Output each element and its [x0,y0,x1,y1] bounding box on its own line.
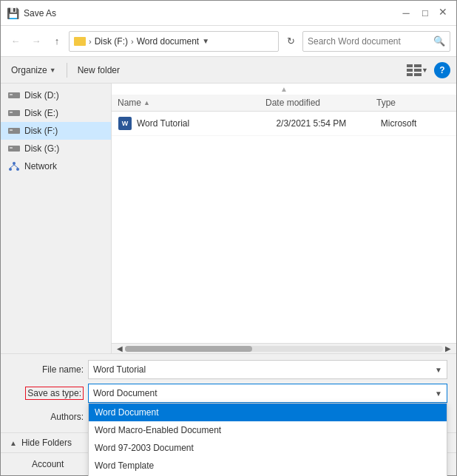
dropdown-item-2[interactable]: Word 97-2003 Document [89,439,447,457]
title-bar: 💾 Save As ─ □ ✕ [1,1,456,26]
sidebar-item-disk-g[interactable]: Disk (G:) [1,140,111,157]
sidebar-disk-d-label: Disk (D:) [24,90,59,101]
window-icon: 💾 [7,7,19,19]
savetype-dropdown-list: Word Document Word Macro-Enabled Documen… [88,403,447,476]
scroll-track[interactable] [125,346,443,352]
authors-label: Authors: [10,412,84,422]
column-type: Type [376,98,450,108]
new-folder-button[interactable]: New folder [73,63,124,78]
sidebar-item-disk-d[interactable]: Disk (D:) [1,86,111,104]
file-list-header: Name ▲ Date modified Type [112,95,456,112]
savetype-dropdown-icon: ▼ [435,390,442,398]
disk-e-icon [8,109,20,118]
dropdown-item-0[interactable]: Word Document [89,404,447,421]
savetype-label-text: Save as type: [25,387,84,400]
file-list-body: W Word Tutorial 2/3/2021 5:54 PM Microso… [112,112,456,343]
file-name: Word Tutorial [137,118,276,129]
minimize-button[interactable]: ─ [397,4,415,22]
save-as-dialog: 💾 Save As ─ □ ✕ ← → ↑ › Disk (F:) › Word… [0,0,457,476]
maximize-button[interactable]: □ [416,4,434,22]
svg-rect-8 [8,110,20,116]
search-input[interactable] [308,36,430,47]
savetype-input[interactable]: Word Document ▼ [88,384,447,403]
folder-icon [74,37,86,46]
search-box: 🔍 [302,31,450,52]
disk-g-icon [8,144,20,153]
svg-line-17 [10,165,14,168]
refresh-button[interactable]: ↻ [282,33,299,50]
savetype-wrapper: Word Document ▼ Word Document Word Macro… [88,384,447,403]
file-icon: W [118,116,132,131]
scroll-right-button[interactable]: ▶ [443,344,453,354]
sidebar: Disk (D:) Disk (E:) Disk (F:) [1,84,112,353]
sidebar-item-network[interactable]: Network [1,157,111,175]
account-link[interactable]: Account [1,453,95,475]
filename-row: File name: Word Tutorial ▼ [10,360,447,379]
svg-rect-1 [414,64,422,67]
toolbar: Organize ▼ New folder ▼ ? [1,57,456,84]
disk-d-icon [8,91,20,100]
svg-rect-7 [10,94,13,95]
filename-input[interactable]: Word Tutorial ▼ [88,360,447,379]
sidebar-disk-e-label: Disk (E:) [24,108,58,118]
sort-icon: ▲ [143,99,150,106]
svg-rect-13 [10,147,13,149]
svg-rect-12 [8,146,20,152]
close-button[interactable]: ✕ [436,4,450,19]
column-name[interactable]: Name ▲ [118,98,265,108]
main-content: Disk (D:) Disk (E:) Disk (F:) [1,84,456,353]
filename-dropdown-icon: ▼ [435,366,442,374]
help-button[interactable]: ? [434,62,450,78]
forward-button[interactable]: → [27,33,45,50]
network-icon [8,161,20,171]
savetype-row: Save as type: Word Document ▼ Word Docum… [10,384,447,403]
table-row[interactable]: W Word Tutorial 2/3/2021 5:54 PM Microso… [112,112,456,136]
hide-folders-label: Hide Folders [21,438,72,448]
dropdown-item-1[interactable]: Word Macro-Enabled Document [89,421,447,439]
new-folder-label: New folder [78,65,120,75]
organize-label: Organize [11,65,47,75]
word-doc-icon: W [118,117,132,130]
back-button[interactable]: ← [7,33,24,50]
svg-point-14 [13,162,16,165]
breadcrumb-dropdown-button[interactable]: ▼ [202,37,209,45]
savetype-value: Word Document [93,388,157,398]
svg-line-18 [14,165,18,168]
bottom-form: File name: Word Tutorial ▼ Save as type:… [1,353,456,432]
svg-rect-9 [10,112,13,113]
svg-rect-2 [407,69,413,72]
address-bar: ← → ↑ › Disk (F:) › Word document ▼ ↻ 🔍 [1,26,456,57]
breadcrumb-disk[interactable]: Disk (F:) [95,36,128,47]
sidebar-item-disk-f[interactable]: Disk (F:) [1,122,111,140]
svg-rect-6 [8,92,20,98]
breadcrumb-folder-name[interactable]: Word document [137,36,200,47]
sidebar-network-label: Network [24,161,57,171]
file-list: ▲ Name ▲ Date modified Type W Wo [112,84,456,353]
sidebar-item-disk-e[interactable]: Disk (E:) [1,104,111,122]
breadcrumb-sep2: › [131,37,134,46]
column-date: Date modified [265,98,376,108]
svg-point-15 [9,168,12,171]
scroll-left-button[interactable]: ◀ [115,344,125,354]
scroll-up-indicator: ▲ [112,84,456,95]
filename-label: File name: [10,364,84,375]
organize-dropdown-icon: ▼ [50,67,56,74]
view-toggle-button[interactable]: ▼ [404,63,431,78]
organize-button[interactable]: Organize ▼ [7,63,61,78]
svg-rect-10 [8,128,20,134]
window-title: Save As [24,8,397,18]
up-button[interactable]: ↑ [48,33,66,50]
dropdown-item-3[interactable]: Word Template [89,457,447,475]
file-type: Microsoft [381,118,450,129]
search-icon: 🔍 [433,35,445,47]
chevron-up-icon: ▲ [10,439,17,447]
svg-rect-3 [414,69,422,72]
scroll-thumb[interactable] [125,346,252,352]
view-dropdown-icon: ▼ [422,67,428,74]
breadcrumb: › Disk (F:) › Word document ▼ [69,31,279,52]
disk-f-icon [8,126,20,135]
file-date: 2/3/2021 5:54 PM [276,118,380,129]
sidebar-disk-f-label: Disk (F:) [24,126,58,136]
svg-rect-0 [407,64,413,67]
breadcrumb-sep1: › [89,37,92,46]
